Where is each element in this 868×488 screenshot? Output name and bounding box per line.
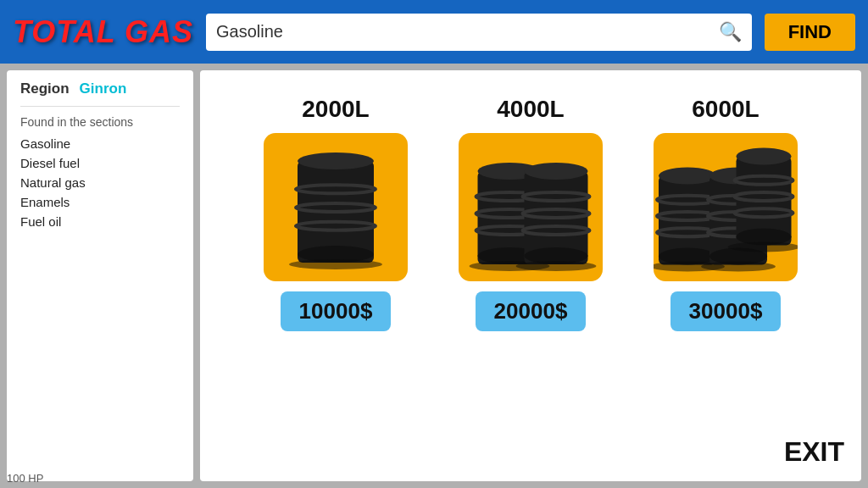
svg-point-34 bbox=[701, 262, 776, 272]
region-label: Region bbox=[20, 80, 70, 97]
hp-label: 100 HP bbox=[7, 472, 43, 485]
sidebar-section-item[interactable]: Enamels bbox=[20, 192, 180, 212]
svg-point-20 bbox=[516, 261, 597, 271]
find-button[interactable]: FIND bbox=[765, 14, 855, 51]
barrel-container[interactable] bbox=[264, 133, 408, 281]
region-value: Ginron bbox=[80, 80, 127, 97]
product-volume: 4000L bbox=[497, 96, 564, 123]
sidebar-section-item[interactable]: Diesel fuel bbox=[20, 153, 180, 173]
search-bar: 🔍 bbox=[206, 14, 752, 51]
sidebar-section-item[interactable]: Gasoline bbox=[20, 134, 180, 153]
svg-point-2 bbox=[298, 152, 374, 169]
barrel-container[interactable] bbox=[654, 133, 798, 281]
product-volume: 6000L bbox=[692, 96, 759, 123]
found-sections-label: Found in the sections bbox=[20, 115, 180, 129]
product-card: 4000L20000$ bbox=[459, 96, 603, 331]
svg-point-23 bbox=[659, 168, 716, 185]
product-price[interactable]: 30000$ bbox=[670, 291, 782, 331]
svg-point-6 bbox=[289, 259, 382, 269]
header: TOTAL GAS 🔍 FIND bbox=[0, 0, 868, 64]
sidebar-section-item[interactable]: Fuel oil bbox=[20, 212, 180, 231]
product-price[interactable]: 20000$ bbox=[476, 291, 587, 331]
search-icon: 🔍 bbox=[719, 21, 742, 43]
sidebar: Region Ginron Found in the sections Gaso… bbox=[7, 70, 193, 481]
region-row: Region Ginron bbox=[20, 80, 180, 107]
product-card: 2000L10000$ bbox=[264, 96, 408, 331]
product-volume: 2000L bbox=[302, 96, 369, 123]
search-input[interactable] bbox=[216, 22, 710, 42]
app-logo: TOTAL GAS bbox=[13, 14, 193, 50]
sidebar-section-item[interactable]: Natural gas bbox=[20, 173, 180, 192]
product-card: 6000L30000$ bbox=[654, 96, 798, 331]
exit-button[interactable]: EXIT bbox=[784, 436, 844, 468]
products-row: 2000L10000$4000L20000$6000L30000$ bbox=[225, 96, 836, 331]
main-area: Region Ginron Found in the sections Gaso… bbox=[0, 70, 868, 488]
svg-point-16 bbox=[525, 163, 588, 180]
svg-point-41 bbox=[728, 242, 798, 252]
barrel-container[interactable] bbox=[459, 133, 603, 281]
content-area: 2000L10000$4000L20000$6000L30000$ EXIT bbox=[200, 70, 861, 481]
svg-point-37 bbox=[737, 148, 792, 165]
product-price[interactable]: 10000$ bbox=[281, 291, 392, 331]
sections-list: GasolineDiesel fuelNatural gasEnamelsFue… bbox=[20, 134, 180, 231]
